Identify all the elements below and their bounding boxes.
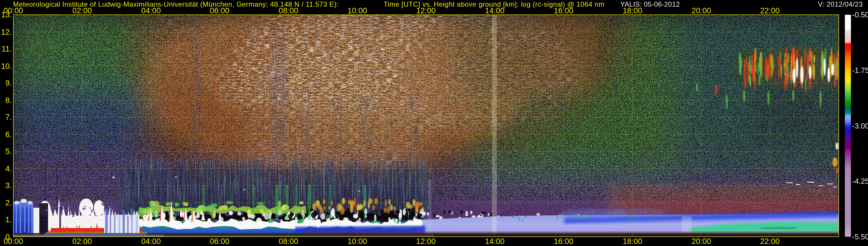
svg-text:10:00: 10:00: [347, 6, 367, 15]
svg-text:16:00: 16:00: [554, 237, 574, 246]
svg-text:12.: 12.: [1, 28, 12, 36]
svg-text:18:00: 18:00: [623, 237, 642, 246]
svg-text:14:00: 14:00: [485, 237, 505, 246]
svg-text:6.: 6.: [5, 130, 12, 139]
svg-text:4.: 4.: [5, 164, 12, 173]
svg-text:2.: 2.: [5, 198, 12, 207]
svg-text:13.: 13.: [1, 10, 12, 19]
svg-text:5.: 5.: [5, 147, 12, 156]
svg-text:20:00: 20:00: [691, 237, 711, 246]
svg-text:12:00: 12:00: [416, 6, 436, 15]
svg-text:06:00: 06:00: [210, 6, 229, 15]
svg-text:-1.75: -1.75: [852, 66, 868, 75]
svg-text:04:00: 04:00: [141, 237, 161, 246]
svg-text:-4.25: -4.25: [852, 177, 868, 186]
svg-text:22:00: 22:00: [760, 237, 780, 246]
svg-text:11.: 11.: [1, 44, 12, 53]
svg-text:16:00: 16:00: [554, 6, 574, 15]
svg-text:7.: 7.: [5, 113, 12, 122]
svg-text:02:00: 02:00: [72, 237, 92, 246]
svg-text:0.: 0.: [5, 233, 12, 241]
svg-text:20:00: 20:00: [691, 6, 711, 15]
svg-text:9.: 9.: [5, 79, 12, 87]
svg-text:06:00: 06:00: [210, 237, 229, 246]
svg-text:14:00: 14:00: [485, 6, 505, 15]
svg-text:02:00: 02:00: [72, 6, 92, 15]
svg-text:V: 2012/04/23: V: 2012/04/23: [818, 0, 863, 8]
svg-text:-5.50: -5.50: [852, 233, 868, 241]
svg-text:10.: 10.: [1, 62, 12, 71]
svg-text:04:00: 04:00: [141, 6, 161, 15]
svg-text:08:00: 08:00: [279, 6, 298, 15]
svg-text:08:00: 08:00: [279, 237, 298, 246]
svg-text:8.: 8.: [5, 96, 12, 105]
svg-text:-0.50: -0.50: [852, 10, 868, 19]
svg-text:3.: 3.: [5, 181, 12, 190]
svg-text:-3.00: -3.00: [852, 122, 868, 130]
svg-text:18:00: 18:00: [623, 6, 642, 15]
svg-text:12:00: 12:00: [416, 237, 436, 246]
svg-text:10:00: 10:00: [347, 237, 367, 246]
svg-text:1.: 1.: [5, 215, 12, 224]
svg-text:22:00: 22:00: [760, 6, 780, 15]
